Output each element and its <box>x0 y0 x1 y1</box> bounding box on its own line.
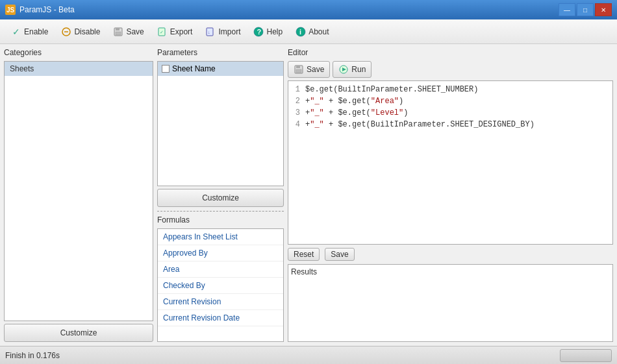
svg-text:↓: ↓ <box>208 30 210 34</box>
status-message: Finish in 0.176s <box>5 351 60 360</box>
code-line-3: 3 +"_" + $e.get("Level") <box>291 107 610 119</box>
title-bar: JS ParamJS - Beta — □ ✕ <box>0 0 617 19</box>
enable-icon: ✓ <box>11 27 21 37</box>
parameters-panel: Parameters Sheet Name Customize Formulas… <box>157 48 284 342</box>
results-section: Results <box>288 264 613 342</box>
import-button[interactable]: ↓ Import <box>199 22 246 42</box>
import-label: Import <box>218 27 240 36</box>
export-icon: ✓ <box>157 27 168 37</box>
formulas-list[interactable]: Appears In Sheet List Approved By Area C… <box>157 228 284 342</box>
formula-item-5[interactable]: Current Revision Date <box>158 310 283 326</box>
editor-run-label: Run <box>351 65 366 74</box>
minimize-button[interactable]: — <box>559 3 575 16</box>
svg-text:i: i <box>299 28 301 36</box>
reset-button[interactable]: Reset <box>288 248 320 261</box>
separator <box>157 211 284 212</box>
formula-item-2[interactable]: Area <box>158 261 283 278</box>
code-line-1: 1 $e.get(BuiltInParameter.SHEET_NUMBER) <box>291 84 610 95</box>
status-right-button <box>560 349 612 362</box>
svg-rect-14 <box>296 66 300 68</box>
export-button[interactable]: ✓ Export <box>151 22 199 42</box>
param-item-label: Sheet Name <box>172 64 216 73</box>
enable-button[interactable]: ✓ Enable <box>5 22 54 42</box>
editor-save-label: Save <box>307 65 324 74</box>
bottom-save-button[interactable]: Save <box>325 248 354 261</box>
editor-run-button[interactable]: Run <box>333 61 371 78</box>
about-button[interactable]: i About <box>290 22 334 42</box>
maximize-button[interactable]: □ <box>577 3 594 16</box>
formula-item-4[interactable]: Current Revision <box>158 294 283 310</box>
code-editor[interactable]: 1 $e.get(BuiltInParameter.SHEET_NUMBER) … <box>288 80 613 245</box>
svg-text:?: ? <box>257 28 262 36</box>
about-label: About <box>308 27 329 36</box>
formula-item-3[interactable]: Checked By <box>158 278 283 294</box>
param-checkbox[interactable] <box>162 65 170 73</box>
categories-customize-button[interactable]: Customize <box>4 324 153 342</box>
title-text: ParamJS - Beta <box>19 5 75 14</box>
about-icon: i <box>296 27 306 37</box>
status-bar: Finish in 0.176s <box>0 346 617 364</box>
categories-panel: Categories Sheets Customize <box>4 48 153 342</box>
formulas-label: Formulas <box>157 215 284 224</box>
save-button[interactable]: Save <box>107 22 149 42</box>
parameters-list[interactable]: Sheet Name <box>157 61 284 186</box>
disable-label: Disable <box>74 27 100 36</box>
code-line-4: 4 +"_" + $e.get(BuiltInParameter.SHEET_D… <box>291 119 610 130</box>
categories-item-sheets[interactable]: Sheets <box>5 62 153 76</box>
editor-label: Editor <box>288 48 308 57</box>
editor-bottom: Reset Save <box>288 247 613 261</box>
import-icon: ↓ <box>205 27 216 37</box>
help-label: Help <box>266 27 283 36</box>
run-icon <box>338 64 349 75</box>
export-label: Export <box>170 27 193 36</box>
editor-panel: Editor Save Run 1 $e.get(BuiltInParamete… <box>288 48 613 342</box>
svg-rect-3 <box>116 28 120 30</box>
disable-button[interactable]: Disable <box>55 22 106 42</box>
parameters-label: Parameters <box>157 48 284 57</box>
svg-rect-4 <box>116 32 121 35</box>
app-icon: JS <box>5 5 16 15</box>
categories-label: Categories <box>4 48 153 57</box>
help-icon: ? <box>253 27 264 37</box>
svg-rect-15 <box>296 69 301 73</box>
save-label: Save <box>126 27 144 36</box>
categories-list[interactable]: Sheets <box>4 61 153 321</box>
results-label: Results <box>291 267 610 276</box>
formula-item-0[interactable]: Appears In Sheet List <box>158 229 283 245</box>
code-line-2: 2 +"_" + $e.get("Area") <box>291 95 610 107</box>
parameters-customize-button[interactable]: Customize <box>157 189 284 207</box>
disable-icon <box>61 27 71 37</box>
enable-label: Enable <box>24 27 48 36</box>
close-button[interactable]: ✕ <box>595 3 612 16</box>
main-content: Categories Sheets Customize Parameters S… <box>0 44 617 346</box>
svg-text:✓: ✓ <box>160 30 164 34</box>
editor-toolbar: Save Run <box>288 61 613 78</box>
parameter-item-sheet-name[interactable]: Sheet Name <box>158 62 283 76</box>
help-button[interactable]: ? Help <box>247 22 288 42</box>
editor-save-icon <box>294 64 304 75</box>
save-icon <box>113 27 123 37</box>
toolbar: ✓ Enable Disable Save ✓ Export ↓ Import … <box>0 19 617 44</box>
formula-item-1[interactable]: Approved By <box>158 245 283 261</box>
editor-save-button[interactable]: Save <box>288 61 330 78</box>
